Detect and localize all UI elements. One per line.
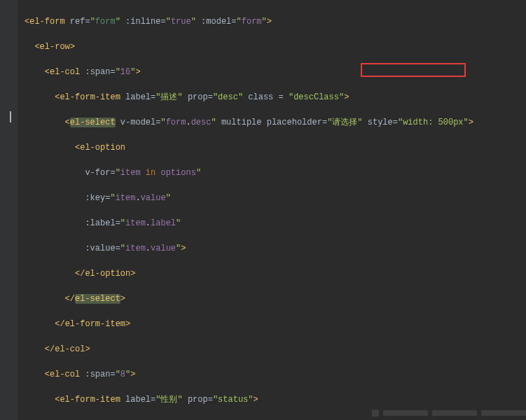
editor-gutter [0, 0, 18, 420]
watermark [372, 406, 526, 420]
tag-el-col: el-col [50, 67, 80, 77]
code-editor[interactable]: <el-form ref="form" :inline="true" :mode… [18, 0, 526, 420]
tag-el-select-close: el-select [75, 294, 120, 304]
tag-el-option: el-option [80, 143, 125, 153]
tag-el-row: el-row [40, 42, 70, 52]
tag-el-option-close: el-option [85, 269, 130, 279]
cursor-marker [10, 111, 11, 122]
tag-el-select-open: el-select [70, 118, 116, 127]
tag-el-form-item: el-form-item [60, 92, 120, 102]
